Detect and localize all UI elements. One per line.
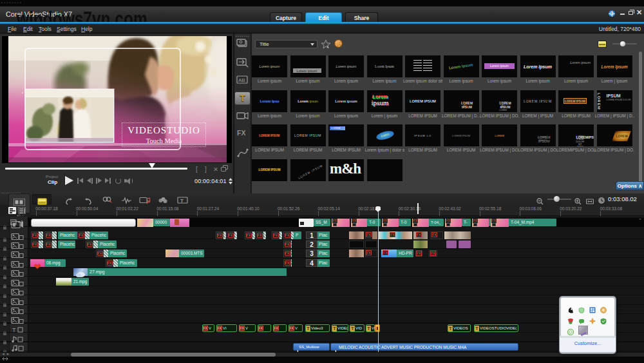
svg-text:AB: AB [238,77,245,83]
svg-text:T: T [12,327,16,333]
svg-text:T: T [180,198,184,204]
